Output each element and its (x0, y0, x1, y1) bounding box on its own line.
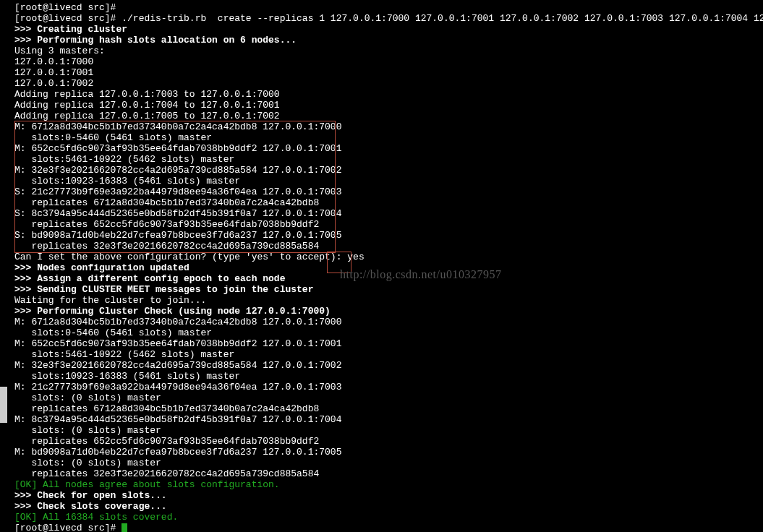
terminal-line: >>> Nodes configuration updated (14, 262, 763, 273)
terminal-line: replicates 32e3f3e20216620782cc4a2d695a7… (14, 468, 763, 479)
terminal-line: >>> Creating cluster (14, 24, 763, 35)
cursor-icon (122, 523, 127, 532)
terminal-line: M: bd9098a71d0b4eb22d7cfea97b8bcee3f7d6a… (14, 447, 763, 458)
terminal-line: [OK] All nodes agree about slots configu… (14, 479, 763, 490)
terminal-line: replicates 6712a8d304bc5b1b7ed37340b0a7c… (14, 403, 763, 414)
terminal-line: [root@livecd src]# ./redis-trib.rb creat… (14, 13, 763, 24)
terminal-line: slots:5461-10922 (5462 slots) master (14, 154, 763, 165)
terminal-line: M: 652cc5fd6c9073af93b35ee64fdab7038bb9d… (14, 338, 763, 349)
terminal-line: replicates 6712a8d304bc5b1b7ed37340b0a7c… (14, 197, 763, 208)
terminal-line: [root@livecd src]# (14, 523, 763, 532)
terminal-line: M: 21c27773b9f69e3a922ba44979d8ee94a36f0… (14, 382, 763, 392)
terminal-line: S: bd9098a71d0b4eb22d7cfea97b8bcee3f7d6a… (14, 230, 763, 241)
terminal-line: M: 32e3f3e20216620782cc4a2d695a739cd885a… (14, 165, 763, 176)
terminal-line: 127.0.0.1:7000 (14, 56, 763, 67)
terminal-line: [OK] All 16384 slots covered. (14, 512, 763, 523)
terminal-line: slots:5461-10922 (5462 slots) master (14, 349, 763, 360)
terminal-line: slots: (0 slots) master (14, 458, 763, 468)
terminal-line: M: 8c3794a95c444d52365e0bd58fb2df45b391f… (14, 414, 763, 425)
terminal-line: M: 6712a8d304bc5b1b7ed37340b0a7c2a4ca42b… (14, 121, 763, 132)
terminal-line: Adding replica 127.0.0.1:7005 to 127.0.0… (14, 111, 763, 121)
terminal-line: slots:10923-16383 (5461 slots) master (14, 176, 763, 186)
terminal-line: M: 652cc5fd6c9073af93b35ee64fdab7038bb9d… (14, 143, 763, 154)
scrollbar-thumb[interactable] (0, 387, 7, 423)
terminal-line: [root@livecd src]# (14, 2, 763, 13)
terminal[interactable]: [root@livecd src]#[root@livecd src]# ./r… (0, 0, 763, 532)
terminal-line: >>> Check slots coverage... (14, 501, 763, 512)
terminal-line: >>> Sending CLUSTER MEET messages to joi… (14, 284, 763, 295)
terminal-line: >>> Performing Cluster Check (using node… (14, 306, 763, 317)
terminal-line: Adding replica 127.0.0.1:7004 to 127.0.0… (14, 100, 763, 111)
terminal-line: slots:0-5460 (5461 slots) master (14, 132, 763, 143)
terminal-line: slots: (0 slots) master (14, 425, 763, 436)
terminal-line: >>> Performing hash slots allocation on … (14, 35, 763, 46)
terminal-line: Adding replica 127.0.0.1:7003 to 127.0.0… (14, 89, 763, 100)
terminal-line: S: 21c27773b9f69e3a922ba44979d8ee94a36f0… (14, 186, 763, 197)
terminal-line: slots:0-5460 (5461 slots) master (14, 327, 763, 338)
terminal-line: >>> Check for open slots... (14, 490, 763, 501)
terminal-line: Using 3 masters: (14, 46, 763, 56)
terminal-line: 127.0.0.1:7002 (14, 78, 763, 89)
terminal-line: replicates 32e3f3e20216620782cc4a2d695a7… (14, 241, 763, 252)
terminal-line: replicates 652cc5fd6c9073af93b35ee64fdab… (14, 436, 763, 447)
terminal-line: Waiting for the cluster to join... (14, 295, 763, 306)
terminal-line: M: 32e3f3e20216620782cc4a2d695a739cd885a… (14, 360, 763, 371)
terminal-line: slots: (0 slots) master (14, 392, 763, 403)
terminal-line: S: 8c3794a95c444d52365e0bd58fb2df45b391f… (14, 208, 763, 219)
terminal-line: 127.0.0.1:7001 (14, 67, 763, 78)
terminal-line: M: 6712a8d304bc5b1b7ed37340b0a7c2a4ca42b… (14, 317, 763, 327)
terminal-line: Can I set the above configuration? (type… (14, 252, 763, 262)
terminal-line: >>> Assign a different config epoch to e… (14, 273, 763, 284)
terminal-line: replicates 652cc5fd6c9073af93b35ee64fdab… (14, 219, 763, 230)
terminal-line: slots:10923-16383 (5461 slots) master (14, 371, 763, 382)
